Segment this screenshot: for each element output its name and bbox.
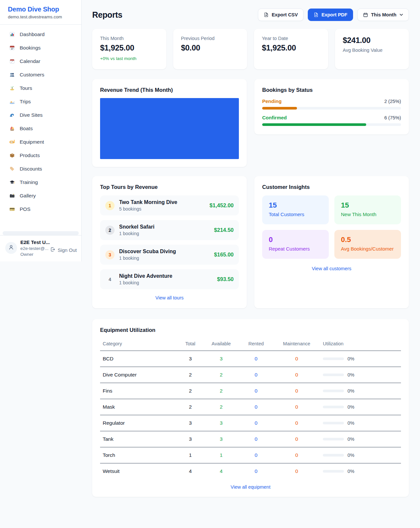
utilization-bar <box>323 422 344 424</box>
sidebar-nav-item[interactable]: Calendar <box>3 56 79 67</box>
status-label: Pending <box>262 98 282 104</box>
col-available: Available <box>203 338 239 351</box>
nav-item-icon <box>9 126 15 132</box>
cell-available: 3 <box>203 415 239 431</box>
cell-maintenance: 0 <box>273 351 320 367</box>
sidebar-nav-item[interactable]: Gallery <box>3 190 79 201</box>
stat-label: Year to Date <box>262 36 320 41</box>
utilization-percent: 0% <box>347 469 354 474</box>
tour-list-item[interactable]: 1 Two Tank Morning Dive 5 bookings $1,45… <box>100 195 239 215</box>
export-csv-button[interactable]: Export CSV <box>258 9 304 21</box>
tour-list-item[interactable]: 3 Discover Scuba Diving 1 booking $165.0… <box>100 245 239 265</box>
main-content: Reports Export CSV Export PDF This Month… <box>82 0 420 497</box>
sidebar-nav-item[interactable]: Boats <box>3 123 79 134</box>
equipment-table-row: Tank 3 3 0 0 0% <box>100 431 401 447</box>
status-line: Confirmed 6 (75%) <box>262 115 401 120</box>
shop-domain: demo.test.divestreams.com <box>8 14 74 19</box>
cell-rented: 0 <box>239 447 273 463</box>
tour-rank-badge: 1 <box>105 201 115 210</box>
cell-maintenance: 0 <box>273 399 320 415</box>
tour-list-item[interactable]: 4 Night Dive Adventure 1 booking $93.50 <box>100 269 239 289</box>
stat-value: $1,925.00 <box>262 43 320 52</box>
tour-bookings: 5 bookings <box>119 206 177 212</box>
cell-category: Dive Computer <box>100 367 178 383</box>
sidebar-nav-item[interactable]: Dive Sites <box>3 110 79 121</box>
nav-item-label: Equipment <box>20 139 44 145</box>
equipment-table-row: Fins 2 2 0 0 0% <box>100 383 401 399</box>
view-all-equipment-link[interactable]: View all equipment <box>100 484 401 490</box>
nav-item-icon <box>9 152 15 158</box>
cell-maintenance: 0 <box>273 463 320 479</box>
nav-item-label: Dashboard <box>20 31 45 37</box>
sidebar-nav-item[interactable]: Products <box>3 150 79 161</box>
charts-row: Revenue Trend (This Month) Bookings by S… <box>92 79 409 167</box>
sidebar-nav-item[interactable]: 17 Bookings <box>3 42 79 53</box>
sidebar-nav-item[interactable]: Dashboard <box>3 29 79 40</box>
cell-category: Regulator <box>100 415 178 431</box>
period-select-button[interactable]: This Month <box>357 9 409 21</box>
status-count: 2 (25%) <box>384 99 401 104</box>
shop-name: Demo Dive Shop <box>8 6 74 13</box>
tour-list-item[interactable]: 2 Snorkel Safari 1 booking $214.50 <box>100 220 239 240</box>
equipment-table: Category Total Available Rented Maintena… <box>100 338 401 479</box>
nav-item-label: Discounts <box>20 166 42 172</box>
sign-out-button[interactable]: Sign Out <box>50 247 77 253</box>
col-total: Total <box>178 338 203 351</box>
bookings-by-status-card: Bookings by Status Pending 2 (25%) <box>254 79 409 134</box>
sidebar-nav-item[interactable]: Discounts <box>3 163 79 174</box>
view-all-customers-link[interactable]: View all customers <box>262 266 401 271</box>
user-name: E2E Test U... <box>20 239 50 245</box>
equipment-utilization-title: Equipment Utilization <box>100 327 401 333</box>
file-download-icon <box>263 12 269 17</box>
insight-label: New This Month <box>341 212 394 217</box>
utilization-bar <box>323 470 344 473</box>
nav-item-icon <box>9 166 15 172</box>
col-category: Category <box>100 338 178 351</box>
stat-card-this-month: This Month $1,925.00 +0% vs last month <box>92 29 166 69</box>
equipment-table-header-row: Category Total Available Rented Maintena… <box>100 338 401 351</box>
tour-rank-badge: 2 <box>105 226 115 235</box>
equipment-table-row: Dive Computer 2 2 0 0 0% <box>100 367 401 383</box>
cell-utilization: 0% <box>320 415 401 431</box>
sidebar-nav-item[interactable]: Equipment <box>3 136 79 148</box>
cell-maintenance: 0 <box>273 415 320 431</box>
top-tours-title: Top Tours by Revenue <box>100 184 239 190</box>
stat-delta: +0% vs last month <box>100 56 158 61</box>
cell-category: Torch <box>100 447 178 463</box>
status-label: Confirmed <box>262 115 287 120</box>
sidebar-nav-item[interactable]: Tours <box>3 83 79 94</box>
view-all-tours-link[interactable]: View all tours <box>100 295 239 300</box>
utilization-bar <box>323 357 344 360</box>
status-progress-track <box>262 123 401 126</box>
equipment-table-row: Wetsuit 4 4 0 0 0% <box>100 463 401 479</box>
person-icon <box>8 244 14 252</box>
cell-category: Wetsuit <box>100 463 178 479</box>
tour-name: Night Dive Adventure <box>119 273 172 279</box>
brand-block: Demo Dive Shop demo.test.divestreams.com <box>0 0 81 25</box>
nav-item-label: Dive Sites <box>20 112 43 118</box>
sidebar-item-reports-partial[interactable] <box>3 231 79 235</box>
insight-tile: 15 New This Month <box>334 195 401 224</box>
insight-value: 0 <box>269 235 322 244</box>
utilization-percent: 0% <box>347 437 354 442</box>
svg-text:17: 17 <box>11 48 13 50</box>
sidebar-nav-item[interactable]: POS <box>3 204 79 215</box>
sidebar-nav: Dashboard 17 Bookings Calendar Customers… <box>0 25 81 231</box>
equipment-table-row: Torch 1 1 0 0 0% <box>100 447 401 463</box>
cell-available: 2 <box>203 383 239 399</box>
status-line: Pending 2 (25%) <box>262 98 401 104</box>
tour-texts: Snorkel Safari 1 booking <box>119 224 155 236</box>
stat-label: Previous Period <box>181 36 240 41</box>
cell-utilization: 0% <box>320 399 401 415</box>
utilization-bar <box>323 454 344 457</box>
tour-name: Two Tank Morning Dive <box>119 199 177 205</box>
insight-grid: 15 Total Customers 15 New This Month 0 R… <box>262 195 401 259</box>
sidebar-nav-item[interactable]: Trips <box>3 96 79 107</box>
equipment-table-row: Mask 2 2 0 0 0% <box>100 399 401 415</box>
revenue-trend-card: Revenue Trend (This Month) <box>92 79 247 167</box>
cell-utilization: 0% <box>320 463 401 479</box>
nav-item-icon <box>9 85 15 91</box>
sidebar-nav-item[interactable]: Training <box>3 177 79 188</box>
sidebar-nav-item[interactable]: Customers <box>3 69 79 80</box>
export-pdf-button[interactable]: Export PDF <box>308 9 353 21</box>
